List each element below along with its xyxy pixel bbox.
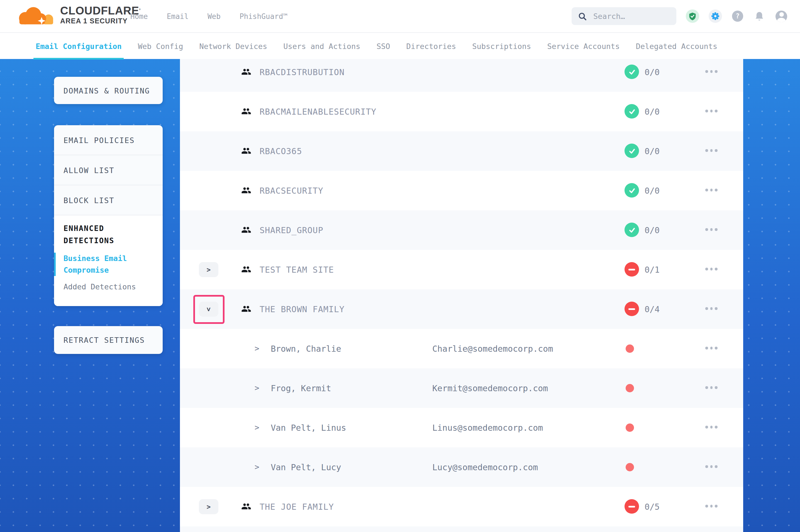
group-name: THE BROWN FAMILY <box>260 304 345 315</box>
row-menu-button[interactable] <box>703 110 720 112</box>
status-minus-badge <box>624 499 639 514</box>
group-name: SHARED_GROUP <box>260 225 323 235</box>
group-row: RBACMAILENABLESECURITY0/0 <box>180 92 743 131</box>
empty-row <box>180 527 743 532</box>
avatar-shoulders <box>777 18 785 22</box>
row-menu-button[interactable] <box>703 465 720 468</box>
row-menu-button[interactable] <box>703 347 720 349</box>
row-menu-button[interactable] <box>703 386 720 389</box>
notifications-bell-icon[interactable] <box>753 10 766 23</box>
member-chevron-right-icon[interactable]: > <box>255 423 259 432</box>
tab-subscriptions[interactable]: Subscriptions <box>472 33 531 59</box>
minus-icon <box>629 308 635 310</box>
sidebar-item-retract-settings[interactable]: RETRACT SETTINGS <box>54 326 163 354</box>
group-name: RBACO365 <box>260 146 302 156</box>
group-count: 0/5 <box>644 502 660 512</box>
search-input[interactable] <box>592 11 672 21</box>
member-name: Van Pelt, Linus <box>271 423 346 433</box>
settings-gear-icon[interactable] <box>709 10 722 23</box>
chevron-right-icon: > <box>207 266 211 273</box>
enhanced-detections-label[interactable]: ENHANCED DETECTIONS <box>63 223 150 247</box>
member-email: Charlie@somedemocorp.com <box>432 344 553 354</box>
account-avatar-icon[interactable] <box>776 10 787 22</box>
sidebar-item-block-list[interactable]: BLOCK LIST <box>54 185 163 215</box>
tab-directories[interactable]: Directories <box>406 33 456 59</box>
chevron-right-icon: > <box>207 504 211 510</box>
logo-title: CLOUDFLARE <box>60 4 139 17</box>
block-list-label: BLOCK LIST <box>63 196 114 205</box>
tab-web-config[interactable]: Web Config <box>138 33 183 59</box>
tab-sso[interactable]: SSO <box>377 33 390 59</box>
row-menu-button[interactable] <box>703 268 720 270</box>
group-count: 0/4 <box>644 304 660 315</box>
group-people-icon <box>241 501 251 511</box>
config-tabs: Email ConfigurationWeb ConfigNetwork Dev… <box>36 33 717 59</box>
expand-group-button[interactable]: > <box>199 262 218 277</box>
member-chevron-right-icon[interactable]: > <box>255 383 259 392</box>
row-menu-button[interactable] <box>703 307 720 310</box>
sidebar-email-policies-card: EMAIL POLICIES ALLOW LIST BLOCK LIST ENH… <box>54 125 163 306</box>
tab-users-and-actions[interactable]: Users and Actions <box>283 33 360 59</box>
group-count: 0/0 <box>644 107 660 117</box>
sidebar-item-domains-routing[interactable]: DOMAINS & ROUTING <box>54 77 163 104</box>
expand-group-button[interactable]: > <box>199 499 218 514</box>
shield-check-icon[interactable] <box>686 10 699 23</box>
header-nav: HomeEmailWebPhishGuard™ <box>130 0 288 32</box>
member-row: >Van Pelt, LucyLucy@somedemocorp.com <box>180 448 743 487</box>
group-people-icon <box>241 225 251 235</box>
sidebar-item-email-policies[interactable]: EMAIL POLICIES <box>54 125 163 155</box>
group-people-icon <box>241 304 251 314</box>
group-row: RBACDISTRUBUTION0/0 <box>180 59 743 92</box>
row-menu-button[interactable] <box>703 70 720 73</box>
member-email: Lucy@somedemocorp.com <box>432 462 538 473</box>
member-email: Linus@somedemocorp.com <box>432 423 543 433</box>
group-name: RBACSECURITY <box>260 186 323 196</box>
collapse-group-button[interactable]: > <box>199 302 218 317</box>
help-question-icon[interactable]: ? <box>732 11 743 22</box>
search-icon <box>578 12 587 20</box>
tab-network-devices[interactable]: Network Devices <box>199 33 267 59</box>
row-menu-button[interactable] <box>703 149 720 152</box>
group-count: 0/0 <box>644 146 660 156</box>
member-status-dot <box>625 423 634 432</box>
status-minus-badge <box>624 262 639 277</box>
cloudflare-logo: CLOUDFLARE’ AREA 1 SECURITY <box>15 4 141 28</box>
retract-settings-label: RETRACT SETTINGS <box>63 336 145 344</box>
row-menu-button[interactable] <box>703 505 720 507</box>
tab-delegated-accounts[interactable]: Delegated Accounts <box>636 33 717 59</box>
member-row: >Van Pelt, LinusLinus@somedemocorp.com <box>180 408 743 448</box>
member-chevron-right-icon[interactable]: > <box>255 344 259 353</box>
row-menu-button[interactable] <box>703 426 720 428</box>
search-box[interactable] <box>571 7 676 25</box>
group-row: SHARED_GROUP0/0 <box>180 210 743 250</box>
tab-service-accounts[interactable]: Service Accounts <box>547 33 620 59</box>
groups-list-panel: RBACDISTRUBUTION0/0RBACMAILENABLESECURIT… <box>180 59 743 532</box>
sidebar-item-allow-list[interactable]: ALLOW LIST <box>54 155 163 185</box>
tab-email-configuration[interactable]: Email Configuration <box>36 33 122 59</box>
logo-text: CLOUDFLARE’ AREA 1 SECURITY <box>60 4 141 25</box>
group-people-icon <box>241 146 251 156</box>
top-header: CLOUDFLARE’ AREA 1 SECURITY HomeEmailWeb… <box>0 0 800 32</box>
group-row: >THE BROWN FAMILY0/4 <box>180 289 743 329</box>
group-count: 0/0 <box>644 186 660 196</box>
member-chevron-right-icon[interactable]: > <box>255 462 259 471</box>
status-check-badge <box>624 183 639 197</box>
header-nav-web[interactable]: Web <box>207 12 221 20</box>
group-people-icon <box>241 264 251 274</box>
group-count: 0/0 <box>644 67 660 77</box>
sidebar-item-added-detections[interactable]: Added Detections <box>63 282 155 291</box>
group-row: >THE JOE FAMILY0/5 <box>180 487 743 527</box>
cloudflare-cloud-icon <box>15 4 57 28</box>
row-menu-button[interactable] <box>703 228 720 231</box>
sidebar-item-business-email-compromise[interactable]: Business Email Compromise <box>54 253 147 276</box>
member-status-dot <box>625 344 634 353</box>
row-menu-button[interactable] <box>703 189 720 191</box>
minus-icon <box>629 268 635 270</box>
header-nav-phishguard[interactable]: PhishGuard™ <box>239 12 288 20</box>
group-people-icon <box>241 106 251 116</box>
header-nav-email[interactable]: Email <box>167 12 188 20</box>
header-nav-home[interactable]: Home <box>130 12 148 20</box>
member-row: >Frog, KermitKermit@somedemocorp.com <box>180 368 743 408</box>
group-name: TEST TEAM SITE <box>260 265 334 275</box>
workspace-background: DOMAINS & ROUTING EMAIL POLICIES ALLOW L… <box>0 59 800 532</box>
